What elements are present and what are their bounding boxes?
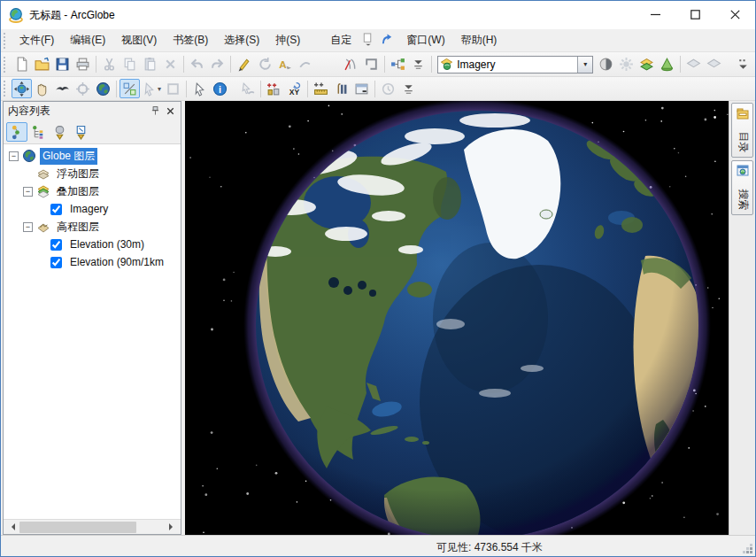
tree-expander[interactable]: − (23, 187, 33, 197)
customize-overlay-icon[interactable] (361, 33, 377, 49)
bird-icon (55, 81, 70, 97)
list-by-visibility-button[interactable] (49, 122, 70, 142)
layer-visibility-checkbox[interactable] (50, 239, 62, 251)
walls-tool-button[interactable] (341, 55, 361, 74)
scrollbar-thumb[interactable] (19, 522, 136, 533)
pan-button[interactable] (32, 79, 52, 98)
zoom-to-target-button[interactable] (120, 79, 140, 98)
toolbar-overflow-button[interactable] (398, 79, 419, 98)
tree-expander[interactable]: − (23, 222, 33, 232)
extrusion-button[interactable] (704, 55, 724, 74)
open-document-button[interactable] (32, 55, 52, 74)
layer-visibility-checkbox[interactable] (50, 204, 62, 215)
copy-button[interactable] (120, 55, 140, 74)
go-to-xy-button[interactable]: XY (284, 79, 305, 98)
menu-item-1[interactable]: 编辑(E) (62, 29, 113, 51)
menu-item-5[interactable]: 抻(S) (267, 29, 308, 51)
sketch-tool-button[interactable] (234, 55, 254, 74)
toolbar-grip[interactable] (4, 81, 10, 97)
center-on-target-button[interactable] (73, 79, 93, 98)
tree-row[interactable]: −高程图层 (4, 218, 181, 236)
scroll-left-button[interactable] (4, 520, 19, 534)
print-button[interactable] (73, 55, 93, 74)
zoomsel-icon (122, 81, 137, 97)
fly-button[interactable] (52, 79, 73, 98)
navigate-button[interactable] (12, 79, 32, 98)
menu-item-2[interactable]: 视图(V) (113, 29, 165, 51)
select-graphics-button[interactable]: ▾ (140, 79, 163, 98)
pin-icon[interactable] (148, 104, 163, 119)
layer-label[interactable]: 浮动图层 (54, 166, 102, 182)
scroll-right-button[interactable] (166, 520, 181, 534)
save-button[interactable] (52, 55, 73, 74)
redo-button[interactable] (207, 55, 228, 74)
resize-grip[interactable] (750, 551, 752, 553)
base-heights-button[interactable] (683, 55, 704, 74)
pause-drawing-button[interactable] (331, 79, 351, 98)
side-tab-search[interactable]: 搜索 (731, 160, 753, 215)
menu-item-4[interactable]: 选择(S) (216, 29, 267, 51)
layer-label[interactable]: Imagery (67, 202, 111, 216)
main-area: 内容列表 −Globe 图层浮动图层−叠加图层Imagery−高程图层Eleva… (1, 101, 755, 535)
tree-expander[interactable]: − (9, 151, 19, 161)
close-button[interactable] (715, 1, 755, 29)
viewer-window-button[interactable] (351, 79, 372, 98)
close-icon[interactable] (163, 104, 178, 119)
paste-button[interactable] (140, 55, 160, 74)
layer-combo[interactable]: Imagery▾ (437, 56, 593, 73)
menu-item-0[interactable]: 文件(F) (12, 29, 62, 51)
standard-toolbar: AImagery▾ (1, 52, 755, 77)
list-by-selection-button[interactable] (70, 122, 91, 142)
layer-label[interactable]: 叠加图层 (54, 183, 102, 200)
swipe-layer-button[interactable] (636, 55, 657, 74)
time-slider-button[interactable] (378, 79, 398, 98)
horizontal-scrollbar[interactable] (4, 519, 181, 534)
undo-button[interactable] (187, 55, 207, 74)
modelbuilder-button[interactable] (388, 55, 408, 74)
delete-button[interactable] (160, 55, 181, 74)
measure-button[interactable] (311, 79, 331, 98)
maximize-button[interactable] (675, 1, 715, 29)
contrast-button[interactable] (596, 55, 616, 74)
identify-button[interactable]: i (210, 79, 230, 98)
layer-transparency-button[interactable] (657, 55, 677, 74)
redo-overlay-icon[interactable] (381, 33, 397, 49)
select-arrow-button[interactable] (189, 79, 210, 98)
side-tab-catalog[interactable]: 目录 (731, 103, 753, 158)
toolbar-grip[interactable] (4, 33, 10, 49)
cut-button[interactable] (99, 55, 120, 74)
label-tool-button[interactable]: A (274, 55, 295, 74)
layer-label[interactable]: Elevation (30m) (67, 237, 147, 251)
list-by-source-button[interactable] (27, 122, 49, 142)
tree-row[interactable]: 浮动图层 (4, 165, 181, 182)
tree-row[interactable]: Elevation (90m/1km (4, 253, 181, 271)
layer-label[interactable]: Globe 图层 (40, 148, 97, 165)
new-document-button[interactable] (12, 55, 32, 74)
rotate-tool-button[interactable] (254, 55, 274, 74)
tree-row[interactable]: Elevation (30m) (4, 236, 181, 253)
layer-visibility-checkbox[interactable] (50, 257, 62, 268)
select-features-button[interactable] (237, 79, 258, 98)
tree-row[interactable]: Imagery (4, 200, 181, 218)
extrude-frame-tool-button[interactable] (361, 55, 382, 74)
menu-item-10[interactable]: 帮助(H) (453, 29, 505, 51)
combo-dropdown-button[interactable]: ▾ (577, 57, 592, 73)
toolbar-dropdown-button[interactable] (408, 55, 428, 74)
globe-viewport[interactable] (185, 101, 729, 535)
brightness-button[interactable] (616, 55, 636, 74)
tree-row[interactable]: −叠加图层 (4, 182, 181, 200)
list-by-drawing-order-button[interactable] (6, 122, 27, 142)
toolbar-grip[interactable] (4, 57, 10, 73)
layer-label[interactable]: 高程图层 (54, 219, 102, 236)
minimize-button[interactable] (636, 1, 675, 29)
zoom-box-button[interactable] (163, 79, 183, 98)
curve-arrow-tool-button[interactable] (295, 55, 315, 74)
toolbar-overflow-button[interactable] (733, 55, 753, 74)
layer-label[interactable]: Elevation (90m/1km (67, 255, 166, 269)
menu-item-6[interactable]: 自定 (322, 29, 359, 51)
find-address-button[interactable] (264, 79, 284, 98)
menu-item-3[interactable]: 书签(B) (165, 29, 216, 51)
menu-item-9[interactable]: 窗口(W) (398, 29, 452, 51)
full-extent-button[interactable] (93, 79, 113, 98)
tree-row[interactable]: −Globe 图层 (4, 147, 181, 165)
